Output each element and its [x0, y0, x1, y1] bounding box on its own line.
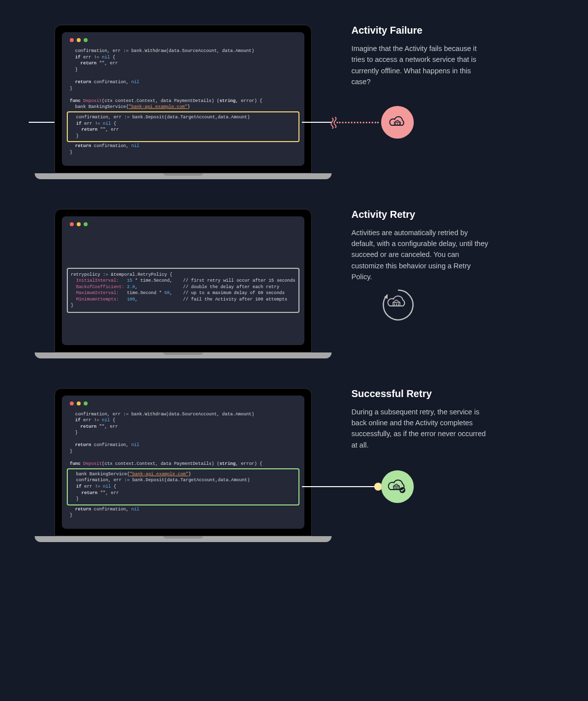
laptop-base — [35, 352, 332, 358]
window-dots — [70, 401, 296, 405]
laptop-base — [35, 536, 332, 542]
window-dot-green — [84, 401, 88, 405]
code-block: confirmation, err := bank.Withdraw(data.… — [70, 48, 296, 156]
window-dot-green — [84, 38, 88, 42]
section-heading: Activity Retry — [351, 209, 490, 220]
section-heading: Activity Failure — [351, 25, 490, 36]
cloud-bank-ok-icon — [381, 470, 414, 503]
window-dot-red — [70, 222, 74, 226]
cloud-bank-fail-icon — [381, 106, 414, 139]
window-dot-red — [70, 38, 74, 42]
screen-frame: confirmation, err := bank.Withdraw(data.… — [54, 388, 312, 537]
code-editor: retrypolicy := &temporal.RetryPolicy { I… — [62, 216, 304, 345]
section-successful-retry: confirmation, err := bank.Withdraw(data.… — [20, 388, 568, 543]
window-dot-green — [84, 222, 88, 226]
window-dot-red — [70, 401, 74, 405]
laptop-base — [35, 173, 332, 179]
section-activity-retry: retrypolicy := &temporal.RetryPolicy { I… — [20, 209, 568, 358]
window-dot-yellow — [77, 222, 81, 226]
code-editor: confirmation, err := bank.Withdraw(data.… — [62, 396, 304, 529]
section-heading: Successful Retry — [351, 388, 490, 400]
laptop: confirmation, err := bank.Withdraw(data.… — [54, 388, 312, 543]
window-dots — [70, 222, 296, 226]
code-block: retrypolicy := &temporal.RetryPolicy { I… — [70, 267, 296, 314]
section-description: Imagine that the Activity fails because … — [351, 43, 490, 88]
connection-ok-line — [302, 486, 381, 487]
laptop: retrypolicy := &temporal.RetryPolicy { I… — [54, 209, 312, 358]
text-column: Activity Retry Activities are automatica… — [351, 209, 490, 283]
highlighted-code-block: confirmation, err := bank.Deposit(data.T… — [67, 111, 299, 142]
screen-frame: confirmation, err := bank.Withdraw(data.… — [54, 25, 312, 173]
laptop: confirmation, err := bank.Withdraw(data.… — [54, 25, 312, 179]
section-description: During a subsequent retry, the service i… — [351, 406, 490, 451]
laptop-zone: confirmation, err := bank.Withdraw(data.… — [35, 25, 332, 179]
laptop-zone: retrypolicy := &temporal.RetryPolicy { I… — [35, 209, 332, 358]
laptop-zone: confirmation, err := bank.Withdraw(data.… — [35, 388, 332, 543]
window-dot-yellow — [77, 38, 81, 42]
section-activity-failure: confirmation, err := bank.Withdraw(data.… — [20, 25, 568, 179]
code-editor: confirmation, err := bank.Withdraw(data.… — [62, 32, 304, 166]
section-description: Activities are automatically retried by … — [351, 227, 490, 283]
text-column: Successful Retry During a subsequent ret… — [351, 388, 490, 451]
screen-frame: retrypolicy := &temporal.RetryPolicy { I… — [54, 209, 312, 352]
window-dot-yellow — [77, 401, 81, 405]
text-column: Activity Failure Imagine that the Activi… — [351, 25, 490, 88]
highlighted-code-block: bank BankingService{"bank-api.example.co… — [67, 468, 299, 505]
connection-fail-line — [302, 122, 381, 123]
cloud-bank-retry-icon — [379, 286, 417, 324]
highlighted-code-block: retrypolicy := &temporal.RetryPolicy { I… — [67, 268, 299, 313]
window-dots — [70, 38, 296, 42]
code-block: confirmation, err := bank.Withdraw(data.… — [70, 411, 296, 519]
